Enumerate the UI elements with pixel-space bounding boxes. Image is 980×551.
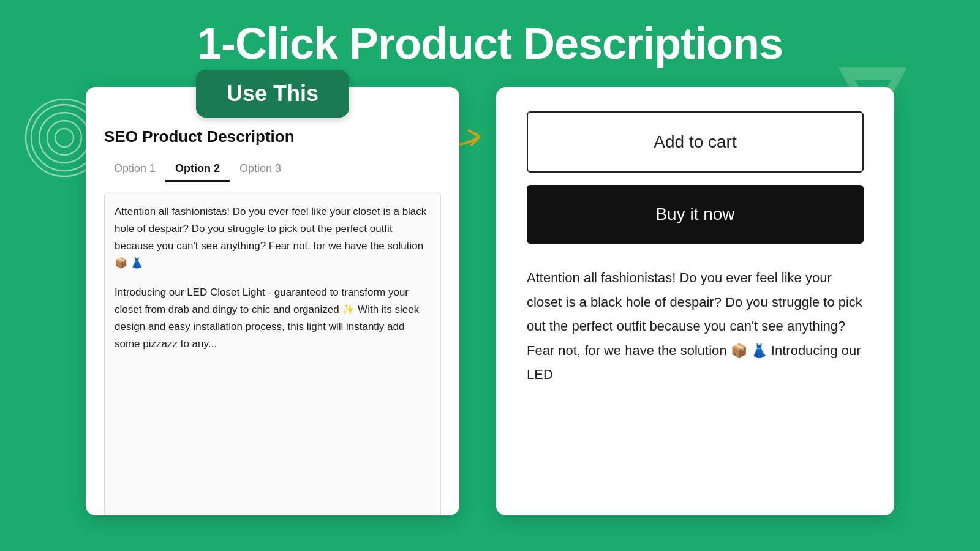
desc-paragraph-2: Introducing our LED Closet Light - guara… (115, 284, 431, 353)
card-title: SEO Product Description (104, 127, 441, 146)
left-card: SEO Product Description Option 1 Option … (86, 87, 459, 515)
left-panel: Use This SEO Product Description Option … (86, 87, 459, 515)
tab-option3[interactable]: Option 3 (230, 157, 291, 182)
buy-now-button[interactable]: Buy it now (527, 185, 864, 244)
tabs-container: Option 1 Option 2 Option 3 (104, 157, 441, 182)
right-panel: Add to cart Buy it now Attention all fas… (496, 87, 894, 515)
tab-option2[interactable]: Option 2 (165, 157, 230, 182)
use-this-button[interactable]: Use This (196, 70, 349, 118)
right-description: Attention all fashionistas! Do you ever … (527, 266, 864, 387)
page-title: 1-Click Product Descriptions (0, 0, 980, 75)
right-card: Add to cart Buy it now Attention all fas… (496, 87, 894, 515)
desc-paragraph-1: Attention all fashionistas! Do you ever … (115, 203, 431, 272)
content-area: Use This SEO Product Description Option … (0, 75, 980, 515)
add-to-cart-button[interactable]: Add to cart (527, 111, 864, 173)
description-box: Attention all fashionistas! Do you ever … (104, 192, 441, 515)
tab-option1[interactable]: Option 1 (104, 157, 165, 182)
